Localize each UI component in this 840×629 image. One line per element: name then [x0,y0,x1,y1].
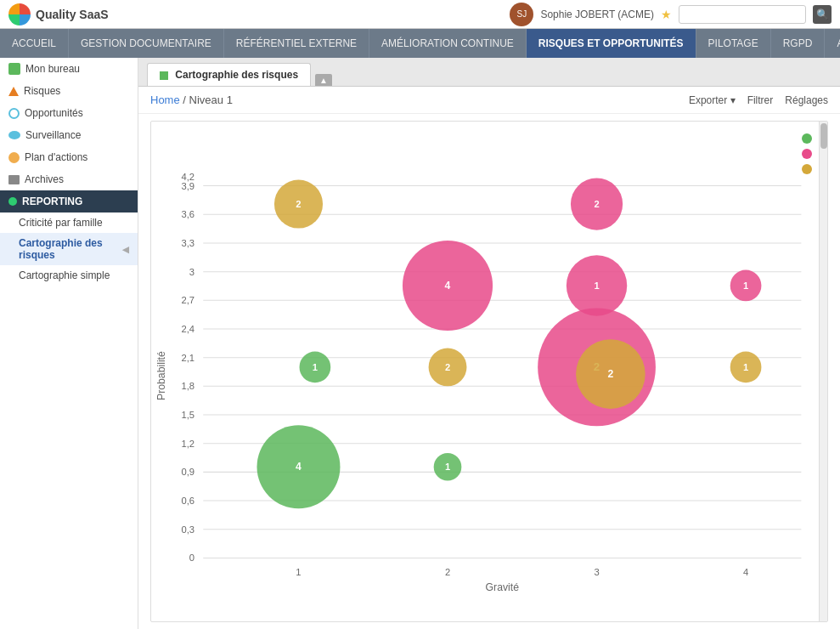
svg-text:1: 1 [445,462,450,472]
export-button[interactable]: Exporter [689,94,736,106]
green-square-icon [8,63,20,75]
nav-referentiel-externe[interactable]: RÉFÉRENTIEL EXTERNE [224,29,369,58]
svg-text:3: 3 [594,567,599,577]
breadcrumb: Home / Niveau 1 [150,94,233,106]
svg-text:4: 4 [296,461,302,473]
svg-text:2,7: 2,7 [181,295,194,305]
sync-icon [8,152,20,163]
svg-text:1: 1 [296,567,301,577]
svg-text:2: 2 [445,362,450,372]
chart-wrapper: 0 0,3 0,6 0,9 1,2 1,5 1,8 2,1 2,4 2,7 3 … [138,114,840,629]
sidebar-item-archives[interactable]: Archives [0,168,138,190]
svg-text:4,2: 4,2 [181,172,194,182]
svg-text:0,3: 0,3 [181,524,194,535]
sidebar-item-surveillance[interactable]: Surveillance [0,124,138,146]
svg-text:3: 3 [189,267,194,277]
user-name: Sophie JOBERT (ACME) [540,8,654,20]
svg-text:1,8: 1,8 [181,381,194,391]
tab-icon [160,71,168,80]
breadcrumb-level: Niveau 1 [189,94,233,106]
sidebar-reporting-header: REPORTING [0,190,138,212]
legend-green [802,133,812,144]
nav-risques-opportunites[interactable]: RISQUES ET OPPORTUNITÉS [527,29,696,58]
sidebar-item-criticite[interactable]: Criticité par famille [0,212,138,233]
sidebar-item-risques[interactable]: Risques [0,80,138,102]
svg-text:0,6: 0,6 [181,496,194,506]
svg-text:2: 2 [296,199,301,209]
svg-text:1,2: 1,2 [181,439,194,449]
svg-text:1: 1 [594,280,599,291]
svg-text:2: 2 [445,567,450,577]
content-tabs: Cartographie des risques ▲ [138,58,840,87]
chart-legend [802,133,812,174]
sidebar: Mon bureau Risques Opportunités Surveill… [0,58,138,629]
svg-text:4: 4 [743,567,748,577]
svg-text:Probabilité: Probabilité [155,351,167,400]
main-layout: Mon bureau Risques Opportunités Surveill… [0,58,840,629]
sidebar-item-cartographie-simple[interactable]: Cartographie simple [0,265,138,286]
user-area: SJ Sophie JOBERT (ACME) ★ 🔍 [510,3,832,26]
svg-text:1: 1 [313,362,318,372]
collapse-icon[interactable]: ◀ [122,245,129,254]
nav-accueil[interactable]: ACCUEIL [0,29,69,58]
avatar: SJ [510,3,533,26]
svg-text:2,1: 2,1 [181,353,194,363]
search-input[interactable] [679,5,806,24]
app-title: Quality SaaS [36,8,109,21]
circle-icon [8,108,20,119]
collapse-arrow-button[interactable]: ▲ [315,74,332,86]
tab-cartographie-risques[interactable]: Cartographie des risques [147,63,311,86]
svg-text:2: 2 [594,199,599,209]
content-area: Cartographie des risques ▲ Home / Niveau… [138,58,840,629]
svg-text:0: 0 [189,552,194,563]
navbar: ACCUEIL GESTION DOCUMENTAIRE RÉFÉRENTIEL… [0,29,840,58]
folder-icon [8,175,20,184]
legend-pink [802,149,812,159]
nav-rgpd[interactable]: RGPD [771,29,826,58]
svg-text:3,6: 3,6 [181,209,194,219]
sidebar-item-plan-actions[interactable]: Plan d'actions [0,146,138,168]
bubble-chart-svg: 0 0,3 0,6 0,9 1,2 1,5 1,8 2,1 2,4 2,7 3 … [151,122,827,621]
nav-pilotage[interactable]: PILOTAGE [696,29,771,58]
svg-text:Gravité: Gravité [486,581,520,593]
svg-text:4: 4 [445,280,451,292]
nav-administration[interactable]: ADMINISTRATION [825,29,840,58]
triangle-icon [8,87,19,96]
sidebar-item-cartographie-risques[interactable]: Cartographie des risques ◀ [0,233,138,265]
eye-icon [8,131,20,139]
sidebar-item-mon-bureau[interactable]: Mon bureau [0,58,138,80]
star-icon[interactable]: ★ [661,8,672,21]
settings-button[interactable]: Réglages [785,94,828,106]
svg-text:1,5: 1,5 [181,410,194,420]
filter-button[interactable]: Filtrer [747,94,774,106]
nav-amelioration-continue[interactable]: AMÉLIORATION CONTINUE [369,29,527,58]
legend-gold [802,164,812,174]
vertical-scrollbar[interactable] [819,122,827,621]
svg-text:1: 1 [743,362,748,372]
nav-gestion-documentaire[interactable]: GESTION DOCUMENTAIRE [69,29,224,58]
breadcrumb-home[interactable]: Home [150,94,180,106]
svg-text:2,4: 2,4 [181,324,194,334]
svg-text:0,9: 0,9 [181,467,194,477]
search-button[interactable]: 🔍 [813,5,832,24]
chart-container: 0 0,3 0,6 0,9 1,2 1,5 1,8 2,1 2,4 2,7 3 … [150,121,828,622]
breadcrumb-bar: Home / Niveau 1 Exporter Filtrer Réglage… [138,87,840,114]
svg-text:2: 2 [607,368,613,380]
breadcrumb-actions: Exporter Filtrer Réglages [689,94,828,106]
sidebar-item-opportunites[interactable]: Opportunités [0,102,138,124]
svg-text:1: 1 [743,280,748,291]
topbar: Quality SaaS SJ Sophie JOBERT (ACME) ★ 🔍 [0,0,840,29]
logo-icon [8,3,31,26]
svg-text:3,3: 3,3 [181,238,194,248]
content-body: Home / Niveau 1 Exporter Filtrer Réglage… [138,87,840,629]
logo-area: Quality SaaS [8,3,109,26]
reporting-icon [8,197,17,206]
